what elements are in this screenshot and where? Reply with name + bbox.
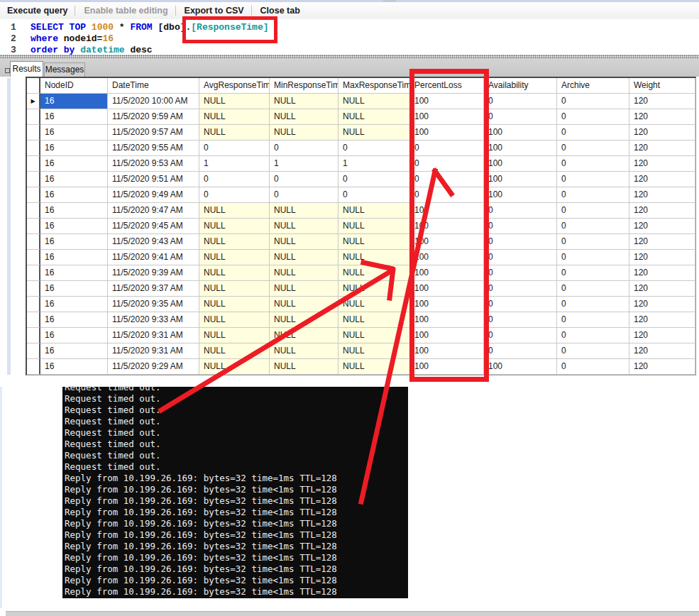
grid-cell[interactable]: 11/5/2020 9:45 AM <box>108 219 199 234</box>
grid-cell[interactable]: NULL <box>199 94 270 109</box>
grid-cell[interactable]: 0 <box>484 328 557 343</box>
grid-cell[interactable]: 120 <box>629 312 695 328</box>
grid-cell[interactable]: 120 <box>629 156 695 172</box>
grid-cell[interactable]: 16 <box>40 141 108 156</box>
column-header-archive[interactable]: Archive <box>557 78 629 94</box>
grid-cell[interactable]: NULL <box>339 343 410 359</box>
grid-cell[interactable]: 0 <box>557 109 629 125</box>
row-selector[interactable] <box>27 359 40 375</box>
grid-cell[interactable]: 16 <box>40 156 108 172</box>
grid-cell[interactable]: 11/5/2020 9:43 AM <box>108 234 199 250</box>
grid-cell[interactable]: 16 <box>40 328 108 343</box>
grid-cell[interactable]: NULL <box>339 281 410 297</box>
grid-cell[interactable]: 0 <box>410 172 484 187</box>
column-header-weight[interactable]: Weight <box>629 78 695 94</box>
grid-cell[interactable]: NULL <box>339 359 410 375</box>
grid-cell[interactable]: 0 <box>557 94 629 109</box>
row-selector[interactable] <box>27 141 40 156</box>
grid-cell[interactable]: 100 <box>410 281 484 297</box>
grid-cell[interactable]: 1 <box>270 156 339 172</box>
grid-cell[interactable]: 0 <box>557 125 629 141</box>
grid-cell[interactable]: NULL <box>339 250 410 265</box>
grid-cell[interactable]: 120 <box>629 359 695 375</box>
grid-cell[interactable]: 100 <box>410 265 484 281</box>
grid-cell[interactable]: NULL <box>270 109 339 125</box>
grid-cell[interactable]: 11/5/2020 9:57 AM <box>108 125 199 141</box>
grid-cell[interactable]: 0 <box>557 187 629 203</box>
grid-cell[interactable]: NULL <box>339 312 410 328</box>
grid-cell[interactable]: 11/5/2020 9:31 AM <box>108 328 199 343</box>
row-selector[interactable] <box>27 343 40 359</box>
grid-cell[interactable]: 0 <box>484 234 557 250</box>
column-header-availability[interactable]: Availability <box>484 78 557 94</box>
grid-cell[interactable]: 100 <box>484 141 557 156</box>
grid-cell[interactable]: 16 <box>40 234 108 250</box>
row-selector[interactable] <box>27 187 40 203</box>
grid-cell[interactable]: NULL <box>339 219 410 234</box>
grid-cell[interactable]: NULL <box>339 94 410 109</box>
grid-cell[interactable]: 120 <box>629 234 695 250</box>
grid-cell[interactable]: 0 <box>557 172 629 187</box>
grid-cell[interactable]: 11/5/2020 9:55 AM <box>108 141 199 156</box>
grid-cell[interactable]: 11/5/2020 9:31 AM <box>108 343 199 359</box>
grid-cell[interactable]: 11/5/2020 10:00 AM <box>108 94 199 109</box>
grid-cell[interactable]: 0 <box>484 250 557 265</box>
grid-cell[interactable]: NULL <box>339 328 410 343</box>
row-selector[interactable]: ▶ <box>27 94 40 109</box>
grid-cell[interactable]: NULL <box>270 343 339 359</box>
grid-cell[interactable]: 0 <box>484 109 557 125</box>
row-selector[interactable] <box>27 312 40 328</box>
grid-cell[interactable]: NULL <box>270 234 339 250</box>
grid-cell[interactable]: NULL <box>339 203 410 219</box>
grid-cell[interactable]: 16 <box>40 219 108 234</box>
grid-cell[interactable]: NULL <box>270 297 339 312</box>
grid-cell[interactable]: 16 <box>40 203 108 219</box>
grid-cell[interactable]: 0 <box>557 250 629 265</box>
tab-results[interactable]: Results <box>10 61 43 77</box>
toolbar-button-execute-query[interactable]: Execute query <box>6 6 75 16</box>
grid-cell[interactable]: 100 <box>410 125 484 141</box>
grid-cell[interactable]: 0 <box>557 312 629 328</box>
grid-cell[interactable]: 100 <box>410 312 484 328</box>
grid-cell[interactable]: 16 <box>40 187 108 203</box>
grid-cell[interactable]: 0 <box>270 172 339 187</box>
grid-cell[interactable]: NULL <box>199 203 270 219</box>
grid-cell[interactable]: 0 <box>557 141 629 156</box>
grid-cell[interactable]: 16 <box>40 265 108 281</box>
grid-cell[interactable]: 100 <box>410 219 484 234</box>
column-header-avgresponsetime[interactable]: AvgResponseTime <box>199 78 270 94</box>
grid-cell[interactable]: 120 <box>629 219 695 234</box>
grid-cell[interactable]: 100 <box>410 297 484 312</box>
grid-cell[interactable]: 0 <box>484 312 557 328</box>
grid-cell[interactable]: NULL <box>199 328 270 343</box>
sql-line[interactable]: 2where nodeid=16 <box>0 33 699 45</box>
grid-cell[interactable]: 120 <box>629 297 695 312</box>
grid-cell[interactable]: 16 <box>40 312 108 328</box>
row-selector[interactable] <box>27 297 40 312</box>
sql-line[interactable]: 1SELECT TOP 1000 * FROM [dbo].[ResponseT… <box>0 22 699 33</box>
grid-cell[interactable]: 0 <box>339 187 410 203</box>
grid-cell[interactable]: 120 <box>629 203 695 219</box>
grid-cell[interactable]: NULL <box>270 359 339 375</box>
grid-cell[interactable]: 16 <box>40 281 108 297</box>
row-selector[interactable] <box>27 281 40 297</box>
tab-messages[interactable]: Messages <box>44 62 85 77</box>
grid-cell[interactable]: 1 <box>339 156 410 172</box>
grid-cell[interactable]: NULL <box>199 343 270 359</box>
grid-cell[interactable]: 120 <box>629 187 695 203</box>
grid-cell[interactable]: 16 <box>40 125 108 141</box>
grid-cell[interactable]: 16 <box>40 109 108 125</box>
row-selector[interactable] <box>27 328 40 343</box>
grid-cell[interactable]: 0 <box>410 156 484 172</box>
grid-cell[interactable]: 11/5/2020 9:41 AM <box>108 250 199 265</box>
grid-cell[interactable]: NULL <box>270 281 339 297</box>
grid-cell[interactable]: 0 <box>557 359 629 375</box>
grid-cell[interactable]: NULL <box>270 312 339 328</box>
grid-cell[interactable]: NULL <box>199 312 270 328</box>
grid-cell[interactable]: 0 <box>484 297 557 312</box>
column-header-nodeid[interactable]: NodeID <box>40 78 108 94</box>
grid-cell[interactable]: 11/5/2020 9:49 AM <box>108 187 199 203</box>
sql-editor[interactable]: 1SELECT TOP 1000 * FROM [dbo].[ResponseT… <box>0 19 699 55</box>
grid-cell[interactable]: 16 <box>40 94 108 109</box>
grid-cell[interactable]: NULL <box>270 125 339 141</box>
